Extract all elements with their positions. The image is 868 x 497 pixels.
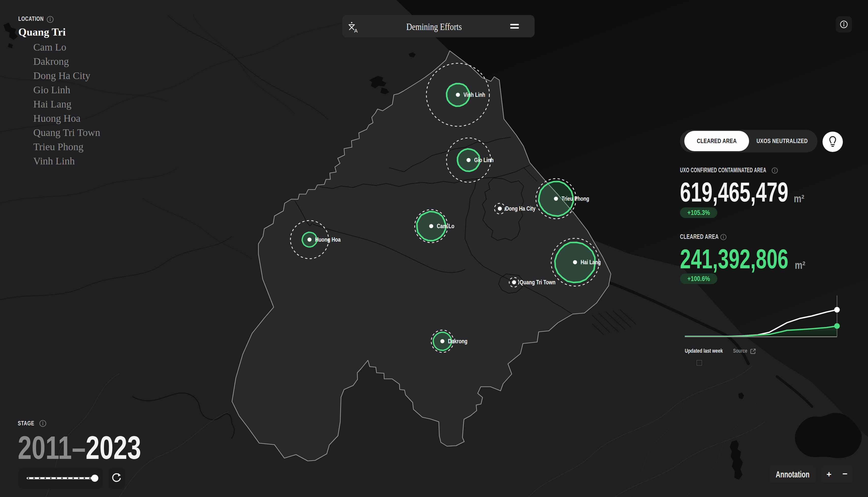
svg-text:Dong Ha City: Dong Ha City: [506, 205, 536, 212]
svg-text:Gio Linh: Gio Linh: [474, 157, 494, 163]
svg-text:Huong Hoa: Huong Hoa: [315, 236, 341, 243]
svg-text:Cam Lo: Cam Lo: [437, 223, 454, 229]
svg-text:Dakrong: Dakrong: [448, 338, 467, 344]
svg-text:Trieu Phong: Trieu Phong: [561, 195, 589, 202]
svg-text:Vinh Linh: Vinh Linh: [464, 91, 485, 98]
svg-text:Hai Lang: Hai Lang: [581, 259, 601, 265]
svg-text:Quang Tri Town: Quang Tri Town: [520, 279, 555, 285]
